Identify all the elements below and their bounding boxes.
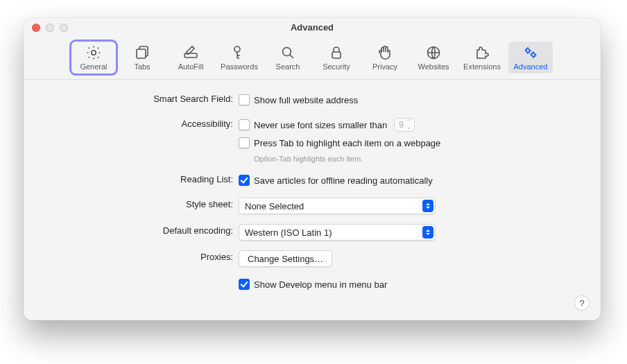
- tabs-icon: [134, 44, 151, 61]
- gear-icon: [85, 44, 102, 61]
- show-full-address-checkbox[interactable]: [239, 94, 250, 105]
- window-controls: [32, 24, 68, 32]
- tab-extensions[interactable]: Extensions: [460, 42, 504, 73]
- tab-label: Search: [276, 62, 300, 71]
- tab-websites[interactable]: Websites: [411, 42, 456, 73]
- press-tab-checkbox[interactable]: [239, 137, 250, 148]
- tab-label: Passwords: [221, 62, 258, 71]
- zoom-window-button[interactable]: [60, 24, 68, 32]
- svg-point-3: [234, 46, 240, 52]
- pencil-field-icon: [182, 44, 199, 61]
- show-full-address-label: Show full website address: [254, 95, 358, 105]
- svg-rect-5: [332, 52, 341, 58]
- minimize-window-button[interactable]: [46, 24, 54, 32]
- reading-list-label: Reading List:: [44, 173, 239, 184]
- tab-label: Privacy: [372, 62, 397, 71]
- help-label: ?: [579, 298, 584, 309]
- preferences-toolbar: General Tabs AutoFill Passwords: [24, 39, 601, 80]
- tab-autofill[interactable]: AutoFill: [169, 42, 213, 73]
- default-encoding-value: Western (ISO Latin 1): [245, 227, 332, 238]
- tab-label: Tabs: [134, 62, 150, 71]
- tab-label: Advanced: [514, 62, 548, 71]
- tab-general[interactable]: General: [71, 42, 116, 73]
- tab-security[interactable]: Security: [314, 42, 359, 73]
- min-font-size-checkbox[interactable]: [239, 119, 250, 130]
- tab-search[interactable]: Search: [266, 42, 310, 73]
- svg-point-4: [283, 48, 291, 56]
- close-window-button[interactable]: [32, 24, 40, 32]
- offline-reading-checkbox[interactable]: [239, 175, 250, 186]
- tab-label: General: [80, 62, 107, 71]
- preferences-window: Advanced General Tabs AutoFill: [24, 18, 601, 320]
- chevron-updown-icon: [422, 226, 433, 239]
- style-sheet-select[interactable]: None Selected: [239, 198, 436, 214]
- default-encoding-select[interactable]: Western (ISO Latin 1): [239, 224, 436, 241]
- tab-label: Security: [323, 62, 350, 71]
- tab-label: Websites: [418, 62, 449, 71]
- tab-privacy[interactable]: Privacy: [363, 42, 407, 73]
- min-font-size-value: 9: [399, 120, 404, 130]
- chevron-updown-icon: ⌃⌄: [406, 119, 411, 130]
- tab-passwords[interactable]: Passwords: [217, 42, 261, 73]
- style-sheet-label: Style sheet:: [44, 198, 239, 209]
- min-font-size-stepper[interactable]: 9 ⌃⌄: [394, 118, 415, 132]
- search-icon: [280, 44, 296, 61]
- tab-label: Extensions: [463, 62, 501, 71]
- tab-label: AutoFill: [178, 62, 204, 71]
- tab-advanced[interactable]: Advanced: [508, 42, 553, 73]
- change-proxy-settings-button[interactable]: Change Settings…: [239, 250, 332, 267]
- tab-tabs[interactable]: Tabs: [120, 42, 164, 73]
- min-font-size-label: Never use font sizes smaller than: [254, 120, 387, 130]
- option-tab-hint: Option-Tab highlights each item.: [254, 155, 580, 163]
- puzzle-icon: [474, 44, 490, 61]
- proxies-label: Proxies:: [44, 250, 239, 262]
- show-develop-menu-checkbox[interactable]: [239, 279, 250, 290]
- hand-icon: [377, 44, 393, 61]
- press-tab-label: Press Tab to highlight each item on a we…: [254, 138, 440, 148]
- advanced-pane: Smart Search Field: Show full website ad…: [24, 80, 601, 304]
- change-proxy-settings-label: Change Settings…: [248, 254, 323, 264]
- chevron-updown-icon: [422, 200, 433, 212]
- globe-icon: [425, 44, 442, 61]
- titlebar: Advanced: [24, 18, 601, 39]
- show-develop-menu-label: Show Develop menu in menu bar: [254, 279, 387, 290]
- offline-reading-label: Save articles for offline reading automa…: [254, 175, 433, 186]
- style-sheet-value: None Selected: [245, 201, 304, 211]
- svg-rect-1: [137, 49, 146, 58]
- gears-icon: [522, 44, 539, 61]
- help-button[interactable]: ?: [574, 295, 590, 311]
- svg-point-8: [532, 53, 535, 57]
- default-encoding-label: Default encoding:: [44, 224, 239, 236]
- lock-icon: [328, 44, 345, 61]
- svg-point-0: [92, 51, 96, 55]
- svg-point-7: [526, 49, 530, 53]
- accessibility-label: Accessibility:: [44, 117, 239, 129]
- smart-search-label: Smart Search Field:: [44, 92, 239, 104]
- key-icon: [231, 44, 248, 61]
- window-title: Advanced: [291, 22, 334, 33]
